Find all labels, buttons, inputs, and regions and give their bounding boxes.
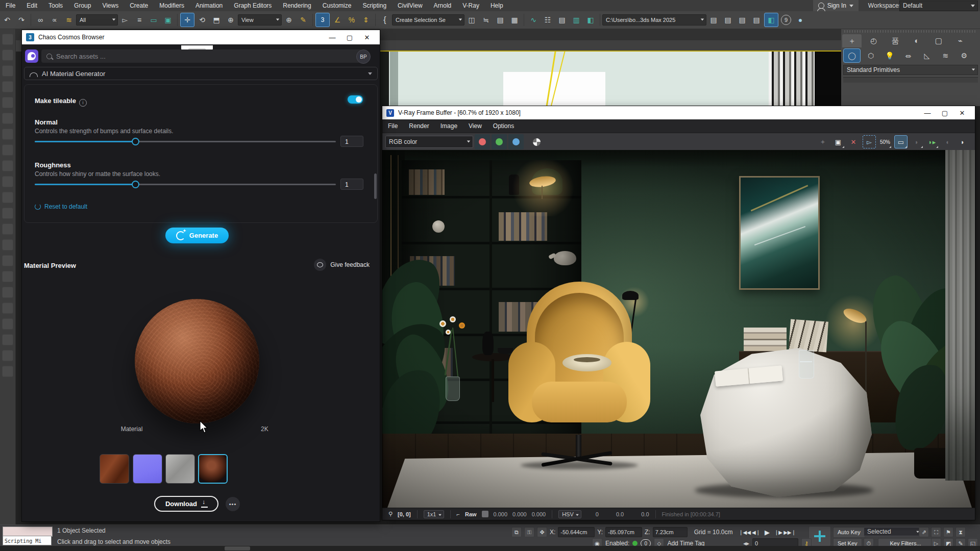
avatar[interactable]: BP xyxy=(356,49,371,64)
save-scene-button[interactable] xyxy=(736,13,749,27)
go-to-start-button[interactable]: ❘◀◀ xyxy=(739,527,750,537)
import-scene-button[interactable] xyxy=(707,13,720,27)
menu-scripting[interactable]: Scripting xyxy=(357,0,392,11)
channel-dropdown[interactable]: RGB color xyxy=(385,136,473,148)
vfb-menu-render[interactable]: Render xyxy=(403,122,434,130)
select-and-move-button[interactable] xyxy=(180,13,194,27)
render-teapot-icon[interactable]: ◗ xyxy=(957,136,969,148)
align-button[interactable] xyxy=(479,13,493,27)
left-tool-icon[interactable] xyxy=(2,65,13,77)
category-spacewarps[interactable]: ≋ xyxy=(937,49,953,62)
vfb-menu-options[interactable]: Options xyxy=(487,122,520,130)
save-image-icon[interactable]: ▣ xyxy=(832,136,844,148)
chaos-logo-icon[interactable] xyxy=(25,49,38,63)
left-tool-icon[interactable] xyxy=(2,176,13,187)
unlink-button[interactable] xyxy=(48,13,61,27)
mini-script-listener[interactable]: Scripting Mi xyxy=(3,536,52,545)
green-channel-button[interactable] xyxy=(492,134,507,149)
minimize-button[interactable]: — xyxy=(324,30,341,44)
project-folder-dropdown[interactable]: C:\Users\bo...3ds Max 2025 xyxy=(602,14,706,26)
menu-create[interactable]: Create xyxy=(124,0,154,11)
redo-button[interactable] xyxy=(15,13,28,27)
scrollbar-thumb[interactable] xyxy=(374,173,377,199)
fit-frame-icon[interactable]: ▭ xyxy=(894,135,908,148)
tab-hierarchy[interactable]: 품 xyxy=(886,34,905,47)
material-editor-button[interactable] xyxy=(555,13,569,27)
roughness-value-field[interactable]: 1 xyxy=(340,179,363,190)
vfb-title-bar[interactable]: V V-Ray Frame Buffer - [60.7% of 1920 x … xyxy=(382,106,975,119)
display-toggle-button[interactable] xyxy=(764,13,778,27)
render-setup-button[interactable] xyxy=(570,13,583,27)
bind-spacewarp-button[interactable] xyxy=(62,13,76,27)
select-and-place-button[interactable] xyxy=(224,13,237,27)
select-link-button[interactable] xyxy=(34,13,47,27)
render-production-button[interactable] xyxy=(794,13,807,27)
enabled-status-dot[interactable] xyxy=(632,541,638,546)
stop-render-teapot-icon[interactable]: ◖ xyxy=(941,136,953,148)
maximize-button[interactable]: ▢ xyxy=(341,30,358,44)
select-and-rotate-button[interactable] xyxy=(195,13,209,27)
left-tool-icon[interactable] xyxy=(2,34,13,45)
window-crossing-button[interactable] xyxy=(161,13,175,27)
left-tool-icon[interactable] xyxy=(2,160,13,171)
mirror-button[interactable] xyxy=(465,13,478,27)
viewport-visible-strip[interactable] xyxy=(378,52,841,106)
left-tool-icon[interactable] xyxy=(2,81,13,92)
more-options-button[interactable]: ••• xyxy=(226,497,240,511)
select-and-scale-button[interactable] xyxy=(210,13,223,27)
close-button[interactable]: ✕ xyxy=(358,30,376,44)
vfb-menu-view[interactable]: View xyxy=(463,122,487,130)
category-systems[interactable]: ⚙ xyxy=(956,49,972,62)
set-keys-button[interactable] xyxy=(808,526,831,546)
left-tool-icon[interactable] xyxy=(2,318,13,330)
left-tool-icon[interactable] xyxy=(2,192,13,203)
y-coordinate-field[interactable]: -85.097cm xyxy=(605,527,642,537)
menu-graph-editors[interactable]: Graph Editors xyxy=(228,0,277,11)
zoom-level-button[interactable]: 50% xyxy=(879,136,891,148)
left-tool-icon[interactable] xyxy=(2,113,13,124)
percent-snap-button[interactable] xyxy=(345,13,358,27)
previous-frame-button[interactable]: ◀❘ xyxy=(750,527,762,537)
menu-edit[interactable]: Edit xyxy=(21,0,43,11)
play-button[interactable]: ▶ xyxy=(762,527,773,537)
category-lights[interactable]: 💡 xyxy=(881,49,898,62)
workspace-select[interactable]: Default xyxy=(899,1,978,11)
menu-animation[interactable]: Animation xyxy=(190,0,228,11)
tab-modify[interactable]: ◴ xyxy=(864,34,883,47)
key-mode-icon[interactable]: ⚑ xyxy=(943,527,953,537)
selection-filter-dropdown[interactable]: All xyxy=(76,14,118,26)
auto-key-button[interactable]: Auto Key xyxy=(833,527,865,538)
generator-dropdown[interactable]: AI Material Generator xyxy=(24,67,378,80)
named-selection-set-combo[interactable]: Create Selection Se xyxy=(392,14,464,26)
sign-in-button[interactable]: Sign In xyxy=(813,0,859,11)
give-feedback-button[interactable]: Give feedback xyxy=(314,259,370,271)
normal-value-field[interactable]: 1 xyxy=(340,136,363,147)
schematic-view-button[interactable] xyxy=(541,13,554,27)
menu-vray[interactable]: V-Ray xyxy=(457,0,485,11)
mini-curve-editor-icon[interactable]: ⇗ xyxy=(919,527,929,537)
snap-toggle-3d-button[interactable]: 3 xyxy=(315,13,330,27)
region-render-icon[interactable]: ▻ xyxy=(863,135,876,148)
menu-customize[interactable]: Customize xyxy=(317,0,357,11)
render-region-teapot-icon[interactable]: ◗ xyxy=(911,136,923,148)
vfb-menu-file[interactable]: File xyxy=(382,122,403,130)
rectangular-region-button[interactable] xyxy=(147,13,160,27)
reset-to-default-link[interactable]: Reset to default xyxy=(35,203,87,210)
menu-modifiers[interactable]: Modifiers xyxy=(154,0,190,11)
blue-channel-button[interactable] xyxy=(508,134,524,149)
undo-button[interactable] xyxy=(1,13,14,27)
download-button[interactable]: Download xyxy=(154,496,218,512)
alpha-channel-button[interactable] xyxy=(529,134,544,149)
left-tool-icon[interactable] xyxy=(2,350,13,361)
denoiser-icon[interactable]: ✦ xyxy=(817,136,829,148)
use-pivot-center-button[interactable] xyxy=(282,13,296,27)
mini-listener-pink[interactable] xyxy=(3,527,53,537)
menu-tools[interactable]: Tools xyxy=(43,0,68,11)
time-config-icon[interactable]: ⧗ xyxy=(955,527,966,537)
left-tool-icon[interactable] xyxy=(2,255,13,266)
menu-civilview[interactable]: CivilView xyxy=(392,0,428,11)
cosmos-title-bar[interactable]: 3 Chaos Cosmos Browser — ▢ ✕ xyxy=(22,30,380,44)
absolute-mode-icon[interactable]: ✥ xyxy=(537,527,547,537)
left-tool-icon[interactable] xyxy=(2,303,13,314)
vfb-menu-image[interactable]: Image xyxy=(435,122,463,130)
